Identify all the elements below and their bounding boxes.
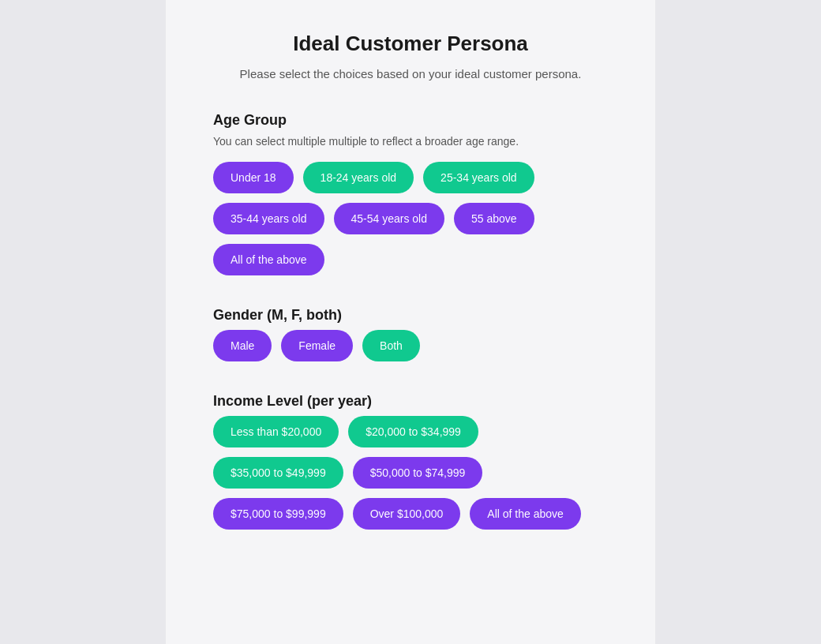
section-desc-age-group: You can select multiple multiple to refl…	[213, 135, 608, 148]
option-btn-20k-34k[interactable]: $20,000 to $34,999	[348, 416, 478, 447]
options-group-income-level: Less than $20,000$20,000 to $34,999$35,0…	[213, 416, 608, 530]
option-btn-over-100k[interactable]: Over $100,000	[353, 498, 461, 530]
option-btn-lt-20k[interactable]: Less than $20,000	[213, 416, 339, 447]
section-title-age-group: Age Group	[213, 112, 608, 129]
option-btn-all-age[interactable]: All of the above	[213, 244, 324, 275]
options-group-age-group: Under 1818-24 years old25-34 years old35…	[213, 162, 608, 275]
option-btn-female[interactable]: Female	[281, 330, 353, 361]
option-btn-25-34[interactable]: 25-34 years old	[423, 162, 534, 193]
options-group-gender: MaleFemaleBoth	[213, 330, 608, 361]
section-title-income-level: Income Level (per year)	[213, 393, 608, 410]
page-subtitle: Please select the choices based on your …	[213, 67, 608, 80]
option-btn-75k-99k[interactable]: $75,000 to $99,999	[213, 498, 343, 530]
section-gender: Gender (M, F, both)MaleFemaleBoth	[213, 307, 608, 361]
option-btn-55-above[interactable]: 55 above	[454, 203, 534, 234]
section-title-gender: Gender (M, F, both)	[213, 307, 608, 324]
option-btn-50k-74k[interactable]: $50,000 to $74,999	[353, 457, 483, 489]
section-age-group: Age GroupYou can select multiple multipl…	[213, 112, 608, 275]
main-container: Ideal Customer Persona Please select the…	[166, 0, 655, 644]
option-btn-45-54[interactable]: 45-54 years old	[334, 203, 445, 234]
section-income-level: Income Level (per year)Less than $20,000…	[213, 393, 608, 530]
option-btn-35k-49k[interactable]: $35,000 to $49,999	[213, 457, 343, 489]
option-btn-all-income[interactable]: All of the above	[470, 498, 581, 530]
option-btn-both[interactable]: Both	[362, 330, 420, 361]
option-btn-under-18[interactable]: Under 18	[213, 162, 294, 193]
page-title: Ideal Customer Persona	[213, 32, 608, 56]
option-btn-18-24[interactable]: 18-24 years old	[303, 162, 414, 193]
option-btn-male[interactable]: Male	[213, 330, 272, 361]
option-btn-35-44[interactable]: 35-44 years old	[213, 203, 324, 234]
sections-container: Age GroupYou can select multiple multipl…	[213, 112, 608, 530]
